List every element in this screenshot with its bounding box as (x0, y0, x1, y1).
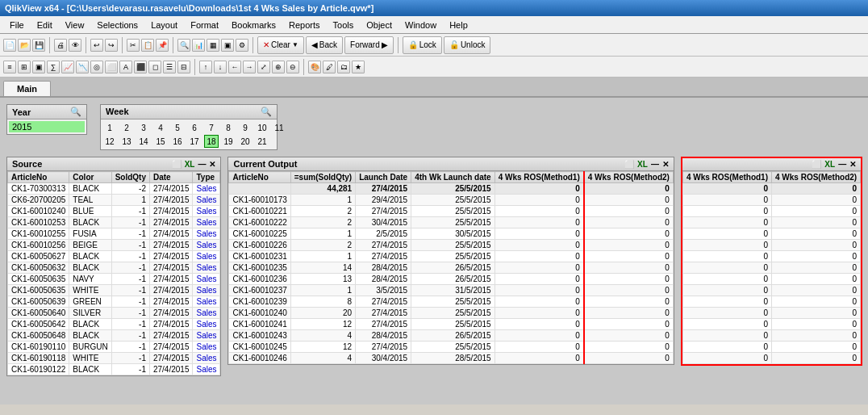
week-20[interactable]: 20 (238, 135, 252, 148)
paste-icon[interactable]: 📌 (156, 39, 169, 52)
tb2-icon7[interactable]: ◎ (90, 61, 103, 73)
menu-reports[interactable]: Reports (282, 19, 327, 31)
tb2-icon15[interactable]: ↓ (214, 61, 227, 73)
back-button[interactable]: ◀ Back (306, 36, 343, 54)
tb2-icon13[interactable]: ⊟ (177, 61, 190, 73)
week-18[interactable]: 18 (204, 135, 219, 148)
menu-selections[interactable]: Selections (90, 19, 144, 31)
year-selected-value[interactable]: 2015 (9, 121, 85, 132)
table-row[interactable]: 00 (682, 206, 860, 217)
week-5[interactable]: 5 (170, 121, 185, 134)
menu-edit[interactable]: Edit (31, 19, 59, 31)
week-7[interactable]: 7 (204, 121, 219, 134)
clear-button[interactable]: ✕ Clear ▼ (257, 36, 304, 54)
menu-bookmarks[interactable]: Bookmarks (225, 19, 282, 31)
tb2-icon5[interactable]: 📈 (61, 61, 74, 73)
clear-dropdown-icon[interactable]: ▼ (292, 41, 298, 48)
table-row[interactable]: CK6-20700205TEAL127/4/2015Sales (8, 195, 220, 206)
table-row[interactable]: CK1-60050640SILVER-127/4/2015Sales (8, 308, 220, 319)
table-row[interactable]: 00 (682, 342, 860, 353)
week-14[interactable]: 14 (136, 135, 151, 148)
print-icon[interactable]: 🖨 (54, 39, 67, 52)
new-icon[interactable]: 📄 (3, 39, 16, 52)
menu-layout[interactable]: Layout (144, 19, 184, 31)
unlock-button[interactable]: 🔓 Unlock (444, 36, 491, 54)
tb2-icon9[interactable]: A (119, 61, 132, 73)
open-icon[interactable]: 📂 (18, 39, 31, 52)
cut-icon[interactable]: ✂ (127, 39, 140, 52)
table-row[interactable]: CK1-60010255FUSIA-127/4/2015Sales (8, 228, 220, 240)
table-row[interactable]: 00 (682, 330, 860, 342)
week-1[interactable]: 1 (102, 121, 117, 134)
table-row[interactable]: CK1-600102402027/4/201525/5/201500 (229, 308, 673, 319)
table-row[interactable]: 00 (682, 353, 860, 364)
output-minimize-icon[interactable]: — (651, 160, 659, 169)
tb2-icon12[interactable]: ☰ (163, 61, 176, 73)
table-row[interactable]: 00 (682, 285, 860, 296)
week-4[interactable]: 4 (153, 121, 168, 134)
table-row[interactable]: CK1-60190110BURGUN-127/4/2015Sales (8, 342, 220, 353)
tb2-icon20[interactable]: ⊖ (286, 61, 299, 73)
source-close-icon[interactable]: ✕ (209, 160, 215, 169)
table-row[interactable]: 00 (682, 308, 860, 319)
table-row[interactable]: CK1-60010231127/4/201525/5/201500 (229, 251, 673, 262)
week-17[interactable]: 17 (187, 135, 202, 148)
preview-icon[interactable]: 👁 (69, 39, 81, 52)
output-restore-icon[interactable]: ⬜ (624, 160, 634, 169)
week-9[interactable]: 9 (238, 121, 252, 134)
table-row[interactable]: CK1-600102351428/4/201526/5/201500 (229, 262, 673, 274)
tb2-icon11[interactable]: ◻ (148, 61, 161, 73)
menu-tools[interactable]: Tools (327, 19, 361, 31)
tb2-icon14[interactable]: ↑ (199, 61, 212, 73)
menu-window[interactable]: Window (399, 19, 443, 31)
redo-icon[interactable]: ↪ (105, 39, 118, 52)
tb2-icon16[interactable]: ← (228, 61, 241, 73)
table-row[interactable]: CK1-6001023713/5/201531/5/201500 (229, 285, 673, 296)
table-row[interactable]: 00 (682, 195, 860, 206)
tb2-icon8[interactable]: ⬜ (105, 61, 118, 73)
tb2-icon18[interactable]: ⤢ (257, 61, 270, 73)
table-row[interactable]: CK1-60010173129/4/201525/5/201500 (229, 195, 673, 206)
week-19[interactable]: 19 (221, 135, 236, 148)
week-16[interactable]: 16 (170, 135, 185, 148)
tb2-icon17[interactable]: → (243, 61, 256, 73)
table-row[interactable]: 00 (682, 251, 860, 262)
select-icon[interactable]: ▣ (221, 39, 234, 52)
forward-button[interactable]: Forward ▶ (344, 36, 394, 54)
table-row[interactable]: CK1-60050627BLACK-127/4/2015Sales (8, 251, 220, 262)
tb2-icon21[interactable]: 🎨 (308, 61, 321, 73)
table-row[interactable]: 00 (682, 274, 860, 285)
ros-restore-icon[interactable]: ⬜ (812, 160, 821, 169)
table-row[interactable]: 00 (682, 296, 860, 308)
tb2-icon3[interactable]: ▣ (32, 61, 45, 73)
week-11[interactable]: 11 (272, 121, 286, 134)
week-21[interactable]: 21 (255, 135, 269, 148)
table-row[interactable]: 00 (682, 240, 860, 251)
table-row[interactable]: CK1-60190122BLACK-127/4/2015Sales (8, 364, 220, 375)
table-row[interactable]: CK1-60010243428/4/201526/5/201500 (229, 330, 673, 342)
ros-minimize-icon[interactable]: — (838, 160, 846, 169)
tb2-icon22[interactable]: 🖊 (323, 61, 336, 73)
table-row[interactable]: CK1-6001022512/5/201530/5/201500 (229, 228, 673, 240)
lock-button[interactable]: 🔒 Lock (403, 36, 442, 54)
table-row[interactable]: CK1-60010222230/4/201525/5/201500 (229, 217, 673, 228)
table-row[interactable]: CK1-60010253BLACK-127/4/2015Sales (8, 217, 220, 228)
table-row[interactable]: CK1-60050648BLACK-127/4/2015Sales (8, 330, 220, 342)
tb2-icon1[interactable]: ≡ (3, 61, 16, 73)
ros-xl-icon[interactable]: XL (824, 160, 835, 169)
table-row[interactable]: CK1-60050635NAVY-127/4/2015Sales (8, 274, 220, 285)
table-row[interactable]: CK1-60050639GREEN-127/4/2015Sales (8, 296, 220, 308)
tb2-icon6[interactable]: 📉 (76, 61, 89, 73)
menu-object[interactable]: Object (360, 19, 399, 31)
table-row[interactable]: 00 (682, 217, 860, 228)
week-search-icon[interactable]: 🔍 (261, 107, 272, 117)
week-6[interactable]: 6 (187, 121, 202, 134)
config-icon[interactable]: ⚙ (236, 39, 248, 52)
menu-view[interactable]: View (59, 19, 91, 31)
source-restore-icon[interactable]: ⬜ (172, 160, 182, 169)
tb2-icon24[interactable]: ★ (352, 61, 365, 73)
week-3[interactable]: 3 (136, 121, 151, 134)
menu-help[interactable]: Help (443, 19, 474, 31)
week-8[interactable]: 8 (221, 121, 236, 134)
table-row[interactable]: CK1-60050642BLACK-127/4/2015Sales (8, 319, 220, 330)
